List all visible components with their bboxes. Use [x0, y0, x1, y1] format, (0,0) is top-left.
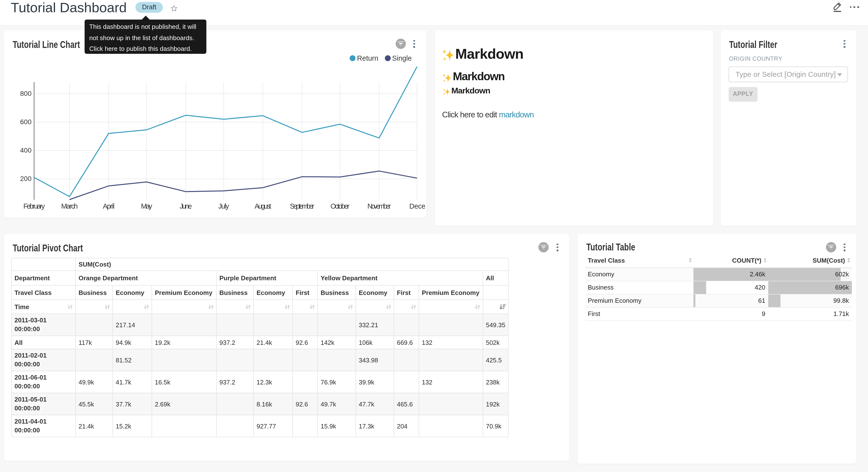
svg-text:March: March [61, 202, 78, 210]
svg-text:May: May [141, 202, 152, 210]
svg-text:Dece: Dece [409, 202, 425, 210]
svg-text:June: June [180, 202, 192, 210]
svg-text:200: 200 [20, 175, 31, 182]
svg-text:July: July [218, 202, 229, 210]
svg-text:November: November [367, 202, 391, 210]
svg-text:600: 600 [20, 118, 31, 126]
svg-text:August: August [254, 202, 271, 210]
svg-text:September: September [289, 202, 314, 210]
svg-text:400: 400 [20, 147, 31, 154]
svg-text:800: 800 [20, 90, 31, 97]
svg-text:February: February [23, 202, 44, 210]
svg-text:October: October [330, 202, 349, 210]
svg-text:April: April [102, 202, 114, 210]
